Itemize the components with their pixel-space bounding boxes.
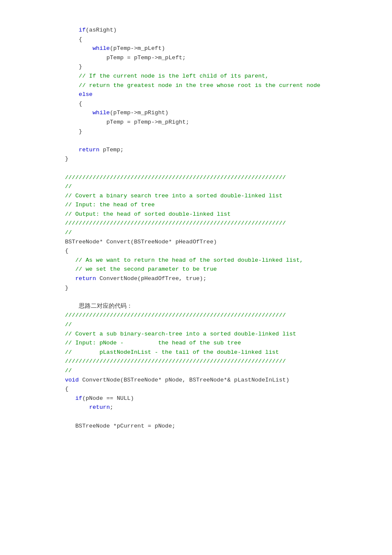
token: return [89,404,110,410]
token: (asRight) [86,27,117,33]
token: } [79,128,82,135]
token: if [75,395,82,402]
token: pTemp = pTemp->m_pRight; [107,119,189,125]
code-line: return; [51,403,375,412]
token: ; [110,404,113,410]
code-line: } [51,62,375,72]
code-line: while(pTemp->m_pLeft) [51,44,375,53]
code-line: // If the current node is the left child… [51,72,375,81]
code-line: // Covert a sub binary-search-tree into … [51,330,375,339]
token: { [79,36,82,43]
code-line [51,412,375,422]
token: // pLastNodeInList - the tail of the dou… [65,349,279,356]
code-line: // [51,366,375,376]
code-container: if(asRight) { while(pTemp->m_pLeft) pTem… [0,0,392,555]
code-block: if(asRight) { while(pTemp->m_pLeft) pTem… [51,26,375,431]
token: while [92,110,110,116]
token: // we set the second parameter to be tru… [75,266,217,272]
code-line: return ConvertNode(pHeadOfTree, true); [51,274,375,283]
code-line [51,164,375,173]
code-line [51,136,375,145]
token: } [79,64,82,70]
code-line: BSTreeNode* Convert(BSTreeNode* pHeadOfT… [51,237,375,247]
code-line: ////////////////////////////////////////… [51,173,375,182]
token: { [79,101,82,107]
code-line [51,292,375,302]
token: // As we want to return the head of the … [75,257,303,263]
code-line: // Input: pNode - the head of the sub tr… [51,338,375,348]
code-line: if(pNode == NULL) [51,394,375,403]
token: (pTemp->m_pRight) [110,110,169,116]
token: // Covert a sub binary-search-tree into … [65,331,296,337]
code-line: ////////////////////////////////////////… [51,357,375,366]
token: ConvertNode(pHeadOfTree, true); [96,275,206,282]
token: if [79,27,86,33]
token: ////////////////////////////////////////… [65,312,285,318]
token: // Output: the head of sorted double-lin… [65,211,231,217]
token: return [79,147,100,153]
token: } [65,285,68,291]
token: // Covert a binary search tree into a so… [65,193,282,199]
token: // [65,229,72,236]
token: while [92,45,110,52]
token: // If the current node is the left child… [79,73,269,79]
token: ////////////////////////////////////////… [65,174,285,181]
code-line: // pLastNodeInList - the tail of the dou… [51,348,375,357]
code-line: ////////////////////////////////////////… [51,219,375,228]
code-line: pTemp = pTemp->m_pRight; [51,118,375,127]
token: // Input: the head of tree [65,202,155,208]
code-line: while(pTemp->m_pRight) [51,108,375,118]
token: (pTemp->m_pLeft) [110,45,165,52]
code-line: // [51,320,375,330]
code-line: // return the greatest node in the tree … [51,81,375,90]
token: pTemp; [99,147,124,153]
code-line: { [51,384,375,394]
token: ConvertNode(BSTreeNode* pNode, BSTreeNod… [79,377,289,383]
token: // return the greatest node in the tree … [79,82,320,89]
token: { [65,248,68,254]
code-line: // [51,228,375,237]
code-line: { [51,99,375,109]
code-line: // Covert a binary search tree into a so… [51,191,375,201]
code-line: } [51,283,375,293]
code-line: // [51,182,375,191]
token: // [65,367,72,374]
code-line: ////////////////////////////////////////… [51,311,375,320]
code-line: else [51,90,375,99]
token: return [75,275,96,282]
token: BSTreeNode* Convert(BSTreeNode* pHeadOfT… [65,239,216,245]
code-line: return pTemp; [51,145,375,155]
token: { [65,386,68,392]
token: (pNode == NULL) [82,395,134,402]
code-line: // Input: the head of tree [51,200,375,210]
token: void [65,377,78,383]
token: ////////////////////////////////////////… [65,220,285,226]
code-line: 思路二对应的代码： [51,302,375,311]
code-line: if(asRight) [51,26,375,35]
token: pTemp = pTemp->m_pLeft; [107,55,186,61]
code-line: // we set the second parameter to be tru… [51,265,375,274]
code-line: BSTreeNode *pCurrent = pNode; [51,422,375,431]
token: BSTreeNode *pCurrent = pNode; [75,423,176,429]
code-line: { [51,35,375,44]
token: // [65,321,72,328]
code-line: // As we want to return the head of the … [51,256,375,265]
token: ////////////////////////////////////////… [65,358,285,364]
code-line: // Output: the head of sorted double-lin… [51,210,375,219]
token: // Input: pNode - the head of the sub tr… [65,340,241,346]
token: // [65,183,72,190]
code-line: } [51,154,375,164]
code-line: void ConvertNode(BSTreeNode* pNode, BSTr… [51,376,375,385]
token: 思路二对应的代码： [79,303,133,309]
token: } [65,156,68,162]
code-line: { [51,246,375,256]
token: else [79,91,92,98]
code-line: pTemp = pTemp->m_pLeft; [51,53,375,63]
code-line: } [51,127,375,136]
